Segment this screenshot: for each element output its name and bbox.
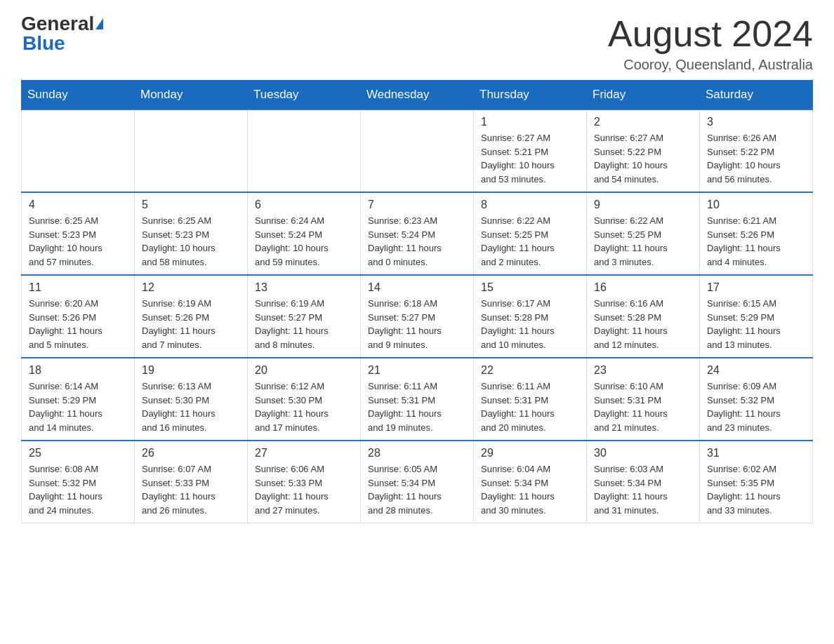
day-info: Sunrise: 6:12 AM Sunset: 5:30 PM Dayligh… xyxy=(255,380,353,434)
calendar-header-thursday: Thursday xyxy=(474,81,587,110)
day-number: 6 xyxy=(255,199,353,211)
calendar-cell: 11Sunrise: 6:20 AM Sunset: 5:26 PM Dayli… xyxy=(22,275,135,358)
day-info: Sunrise: 6:06 AM Sunset: 5:33 PM Dayligh… xyxy=(255,462,353,517)
day-info: Sunrise: 6:10 AM Sunset: 5:31 PM Dayligh… xyxy=(594,380,692,434)
calendar-cell xyxy=(135,109,248,192)
calendar-week-row: 18Sunrise: 6:14 AM Sunset: 5:29 PM Dayli… xyxy=(22,358,813,441)
day-number: 16 xyxy=(594,281,692,294)
day-info: Sunrise: 6:07 AM Sunset: 5:33 PM Dayligh… xyxy=(142,462,240,517)
calendar-cell: 29Sunrise: 6:04 AM Sunset: 5:34 PM Dayli… xyxy=(474,441,587,523)
day-info: Sunrise: 6:02 AM Sunset: 5:35 PM Dayligh… xyxy=(707,462,805,517)
calendar-cell: 4Sunrise: 6:25 AM Sunset: 5:23 PM Daylig… xyxy=(22,192,135,275)
day-number: 10 xyxy=(707,199,805,211)
day-info: Sunrise: 6:24 AM Sunset: 5:24 PM Dayligh… xyxy=(255,214,353,269)
calendar-cell: 14Sunrise: 6:18 AM Sunset: 5:27 PM Dayli… xyxy=(361,275,474,358)
day-info: Sunrise: 6:27 AM Sunset: 5:21 PM Dayligh… xyxy=(481,131,579,186)
calendar-cell: 26Sunrise: 6:07 AM Sunset: 5:33 PM Dayli… xyxy=(135,441,248,523)
calendar-cell: 6Sunrise: 6:24 AM Sunset: 5:24 PM Daylig… xyxy=(248,192,361,275)
day-number: 5 xyxy=(142,199,240,211)
day-number: 3 xyxy=(707,116,805,128)
day-number: 7 xyxy=(368,199,466,211)
logo-general-text: General xyxy=(21,14,94,34)
day-info: Sunrise: 6:20 AM Sunset: 5:26 PM Dayligh… xyxy=(29,297,127,351)
calendar-week-row: 11Sunrise: 6:20 AM Sunset: 5:26 PM Dayli… xyxy=(22,275,813,358)
day-info: Sunrise: 6:25 AM Sunset: 5:23 PM Dayligh… xyxy=(142,214,240,269)
day-number: 12 xyxy=(142,281,240,294)
calendar-cell: 2Sunrise: 6:27 AM Sunset: 5:22 PM Daylig… xyxy=(587,109,700,192)
day-info: Sunrise: 6:18 AM Sunset: 5:27 PM Dayligh… xyxy=(368,297,466,351)
day-info: Sunrise: 6:11 AM Sunset: 5:31 PM Dayligh… xyxy=(368,380,466,434)
logo: General Blue xyxy=(21,14,103,53)
day-info: Sunrise: 6:22 AM Sunset: 5:25 PM Dayligh… xyxy=(594,214,692,269)
day-info: Sunrise: 6:14 AM Sunset: 5:29 PM Dayligh… xyxy=(29,380,127,434)
calendar-header-monday: Monday xyxy=(135,81,248,110)
calendar-cell: 10Sunrise: 6:21 AM Sunset: 5:26 PM Dayli… xyxy=(700,192,813,275)
day-info: Sunrise: 6:22 AM Sunset: 5:25 PM Dayligh… xyxy=(481,214,579,269)
day-number: 1 xyxy=(481,116,579,128)
calendar-header-saturday: Saturday xyxy=(700,81,813,110)
title-section: August 2024 Cooroy, Queensland, Australi… xyxy=(608,14,813,73)
day-number: 2 xyxy=(594,116,692,128)
day-number: 25 xyxy=(29,447,127,459)
calendar-cell: 9Sunrise: 6:22 AM Sunset: 5:25 PM Daylig… xyxy=(587,192,700,275)
calendar-cell: 1Sunrise: 6:27 AM Sunset: 5:21 PM Daylig… xyxy=(474,109,587,192)
calendar-cell: 19Sunrise: 6:13 AM Sunset: 5:30 PM Dayli… xyxy=(135,358,248,441)
location-text: Cooroy, Queensland, Australia xyxy=(608,57,813,73)
calendar-cell: 13Sunrise: 6:19 AM Sunset: 5:27 PM Dayli… xyxy=(248,275,361,358)
day-number: 27 xyxy=(255,447,353,459)
day-info: Sunrise: 6:19 AM Sunset: 5:26 PM Dayligh… xyxy=(142,297,240,351)
calendar-cell: 8Sunrise: 6:22 AM Sunset: 5:25 PM Daylig… xyxy=(474,192,587,275)
calendar-week-row: 1Sunrise: 6:27 AM Sunset: 5:21 PM Daylig… xyxy=(22,109,813,192)
calendar-header-wednesday: Wednesday xyxy=(361,81,474,110)
day-number: 29 xyxy=(481,447,579,459)
calendar-cell: 3Sunrise: 6:26 AM Sunset: 5:22 PM Daylig… xyxy=(700,109,813,192)
calendar-cell: 18Sunrise: 6:14 AM Sunset: 5:29 PM Dayli… xyxy=(22,358,135,441)
calendar-week-row: 25Sunrise: 6:08 AM Sunset: 5:32 PM Dayli… xyxy=(22,441,813,523)
day-info: Sunrise: 6:13 AM Sunset: 5:30 PM Dayligh… xyxy=(142,380,240,434)
calendar-cell: 21Sunrise: 6:11 AM Sunset: 5:31 PM Dayli… xyxy=(361,358,474,441)
day-info: Sunrise: 6:27 AM Sunset: 5:22 PM Dayligh… xyxy=(594,131,692,186)
day-info: Sunrise: 6:05 AM Sunset: 5:34 PM Dayligh… xyxy=(368,462,466,517)
day-number: 24 xyxy=(707,364,805,377)
calendar-cell: 16Sunrise: 6:16 AM Sunset: 5:28 PM Dayli… xyxy=(587,275,700,358)
month-title: August 2024 xyxy=(608,14,813,54)
day-number: 26 xyxy=(142,447,240,459)
calendar-cell xyxy=(361,109,474,192)
day-info: Sunrise: 6:09 AM Sunset: 5:32 PM Dayligh… xyxy=(707,380,805,434)
day-number: 17 xyxy=(707,281,805,294)
calendar-cell: 7Sunrise: 6:23 AM Sunset: 5:24 PM Daylig… xyxy=(361,192,474,275)
day-info: Sunrise: 6:03 AM Sunset: 5:34 PM Dayligh… xyxy=(594,462,692,517)
calendar-cell: 25Sunrise: 6:08 AM Sunset: 5:32 PM Dayli… xyxy=(22,441,135,523)
calendar-cell: 31Sunrise: 6:02 AM Sunset: 5:35 PM Dayli… xyxy=(700,441,813,523)
calendar-cell xyxy=(22,109,135,192)
calendar-cell: 15Sunrise: 6:17 AM Sunset: 5:28 PM Dayli… xyxy=(474,275,587,358)
day-number: 31 xyxy=(707,447,805,459)
logo-icon: General Blue xyxy=(21,14,103,53)
day-number: 9 xyxy=(594,199,692,211)
day-number: 20 xyxy=(255,364,353,377)
calendar-week-row: 4Sunrise: 6:25 AM Sunset: 5:23 PM Daylig… xyxy=(22,192,813,275)
calendar-cell xyxy=(248,109,361,192)
day-info: Sunrise: 6:15 AM Sunset: 5:29 PM Dayligh… xyxy=(707,297,805,351)
day-number: 19 xyxy=(142,364,240,377)
day-info: Sunrise: 6:21 AM Sunset: 5:26 PM Dayligh… xyxy=(707,214,805,269)
day-info: Sunrise: 6:04 AM Sunset: 5:34 PM Dayligh… xyxy=(481,462,579,517)
day-info: Sunrise: 6:26 AM Sunset: 5:22 PM Dayligh… xyxy=(707,131,805,186)
day-info: Sunrise: 6:17 AM Sunset: 5:28 PM Dayligh… xyxy=(481,297,579,351)
calendar-header-friday: Friday xyxy=(587,81,700,110)
day-number: 14 xyxy=(368,281,466,294)
calendar-table: SundayMondayTuesdayWednesdayThursdayFrid… xyxy=(21,80,813,523)
calendar-cell: 20Sunrise: 6:12 AM Sunset: 5:30 PM Dayli… xyxy=(248,358,361,441)
day-number: 4 xyxy=(29,199,127,211)
day-number: 21 xyxy=(368,364,466,377)
logo-blue-text: Blue xyxy=(22,34,65,53)
calendar-cell: 12Sunrise: 6:19 AM Sunset: 5:26 PM Dayli… xyxy=(135,275,248,358)
day-number: 18 xyxy=(29,364,127,377)
day-info: Sunrise: 6:19 AM Sunset: 5:27 PM Dayligh… xyxy=(255,297,353,351)
day-info: Sunrise: 6:11 AM Sunset: 5:31 PM Dayligh… xyxy=(481,380,579,434)
calendar-header-sunday: Sunday xyxy=(22,81,135,110)
calendar-cell: 17Sunrise: 6:15 AM Sunset: 5:29 PM Dayli… xyxy=(700,275,813,358)
day-number: 8 xyxy=(481,199,579,211)
day-number: 30 xyxy=(594,447,692,459)
calendar-header-row: SundayMondayTuesdayWednesdayThursdayFrid… xyxy=(22,81,813,110)
